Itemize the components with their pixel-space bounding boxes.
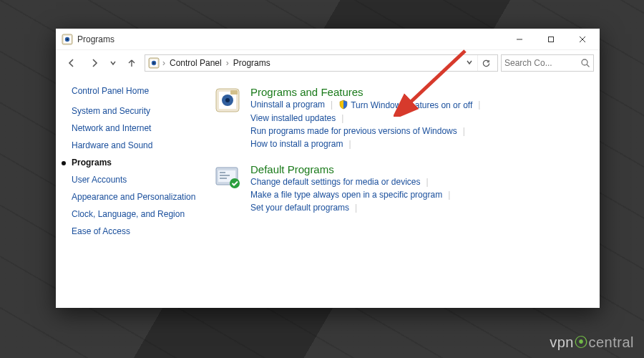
link-divider: |	[348, 139, 351, 149]
main-content: Programs and FeaturesUninstall a program…	[206, 76, 600, 308]
sidebar-item: Ease of Access	[72, 226, 199, 236]
category-links: Change default settings for media or dev…	[250, 177, 587, 214]
chevron-right-icon: ›	[162, 58, 165, 68]
link-divider: |	[478, 100, 480, 110]
svg-rect-23	[220, 178, 227, 179]
svg-rect-21	[220, 172, 225, 173]
link-divider: |	[341, 113, 343, 123]
control-panel-home-link[interactable]: Control Panel Home	[72, 86, 199, 96]
category-title[interactable]: Programs and Features	[250, 86, 587, 98]
up-button[interactable]	[122, 53, 142, 73]
link-divider: |	[448, 190, 450, 200]
sidebar-link[interactable]: Appearance and Personalization	[72, 192, 195, 202]
content-body: Control Panel Home System and SecurityNe…	[56, 76, 600, 308]
sidebar-link[interactable]: User Accounts	[72, 175, 127, 185]
svg-point-3	[67, 38, 69, 40]
category-links: Uninstall a program|Turn Windows feature…	[250, 100, 587, 150]
sidebar-item-current: Programs	[72, 158, 112, 168]
search-input[interactable]	[504, 58, 580, 68]
svg-point-12	[582, 59, 587, 65]
breadcrumb-current[interactable]: Programs	[232, 58, 272, 68]
sidebar-link[interactable]: Clock, Language, and Region	[72, 209, 185, 219]
task-link[interactable]: Run programs made for previous versions …	[250, 126, 457, 136]
sidebar-link[interactable]: Hardware and Sound	[72, 140, 152, 150]
watermark-text-a: vpn	[550, 334, 574, 350]
task-link[interactable]: Set your default programs	[250, 203, 349, 213]
window-icon	[62, 34, 73, 45]
watermark: vpn⦿central	[550, 334, 634, 351]
sidebar: Control Panel Home System and SecurityNe…	[56, 76, 206, 308]
link-divider: |	[355, 203, 357, 213]
category-body: Programs and FeaturesUninstall a program…	[250, 86, 587, 150]
address-history-button[interactable]	[464, 58, 474, 68]
titlebar: Programs	[56, 29, 600, 50]
watermark-text-b: central	[588, 334, 634, 350]
watermark-dot: ⦿	[574, 334, 589, 350]
window-controls	[504, 29, 598, 49]
svg-rect-5	[549, 37, 554, 42]
nav-row: › Control Panel › Programs	[56, 50, 600, 76]
sidebar-link[interactable]: Network and Internet	[72, 123, 151, 133]
breadcrumb-root[interactable]: Control Panel	[168, 58, 223, 68]
maximize-button[interactable]	[535, 29, 567, 49]
sidebar-link[interactable]: Ease of Access	[72, 226, 130, 236]
svg-point-11	[153, 62, 155, 64]
category-group: Programs and FeaturesUninstall a program…	[213, 86, 587, 150]
search-icon	[580, 58, 590, 68]
task-link[interactable]: How to install a program	[250, 139, 343, 149]
category-body: Default ProgramsChange default settings …	[250, 163, 587, 214]
search-box[interactable]	[501, 54, 594, 72]
window-title: Programs	[77, 34, 504, 44]
task-link[interactable]: Uninstall a program	[250, 100, 325, 110]
address-icon	[148, 57, 160, 69]
default-programs-icon	[213, 163, 242, 192]
category-group: Default ProgramsChange default settings …	[213, 163, 587, 214]
address-bar[interactable]: › Control Panel › Programs	[145, 54, 498, 72]
svg-point-17	[225, 98, 230, 102]
sidebar-item: Clock, Language, and Region	[72, 209, 199, 219]
task-link[interactable]: Turn Windows features on or off	[338, 100, 472, 110]
minimize-button[interactable]	[504, 29, 535, 49]
sidebar-item: Appearance and Personalization	[72, 192, 199, 202]
sidebar-item: Programs	[72, 158, 199, 168]
link-divider: |	[426, 177, 428, 187]
chevron-right-icon: ›	[226, 58, 229, 68]
sidebar-link[interactable]: System and Security	[72, 106, 150, 116]
link-divider: |	[331, 100, 333, 110]
recent-locations-button[interactable]	[107, 53, 119, 73]
svg-line-13	[587, 64, 590, 67]
svg-rect-22	[220, 175, 230, 176]
programs-features-icon	[213, 86, 242, 115]
control-panel-window: Programs › Control Panel › Programs	[56, 29, 600, 308]
category-title[interactable]: Default Programs	[250, 163, 587, 175]
svg-rect-18	[230, 90, 238, 95]
forward-button[interactable]	[84, 53, 104, 73]
sidebar-item: User Accounts	[72, 175, 199, 185]
task-link[interactable]: Make a file type always open in a specif…	[250, 190, 442, 200]
close-button[interactable]	[567, 29, 598, 49]
back-button[interactable]	[62, 53, 82, 73]
task-link[interactable]: View installed updates	[250, 113, 336, 123]
sidebar-item: Network and Internet	[72, 123, 199, 133]
refresh-button[interactable]	[477, 55, 494, 71]
sidebar-item: System and Security	[72, 106, 199, 116]
link-divider: |	[463, 126, 465, 136]
svg-point-24	[230, 178, 240, 188]
sidebar-item: Hardware and Sound	[72, 140, 199, 150]
task-link[interactable]: Change default settings for media or dev…	[250, 177, 420, 187]
sidebar-list: System and SecurityNetwork and InternetH…	[72, 106, 199, 236]
